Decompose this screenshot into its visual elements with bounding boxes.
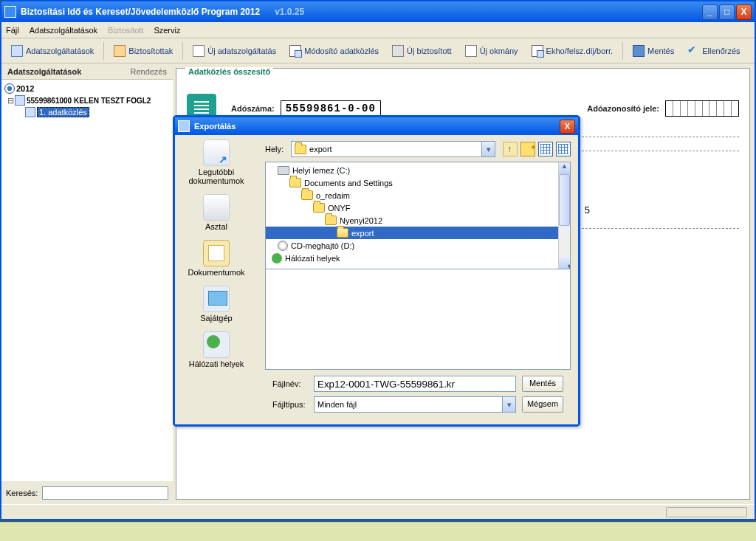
- menu-services[interactable]: Adatszolgáltatások: [30, 26, 97, 35]
- filename-input[interactable]: [314, 376, 516, 392]
- panel-legend: Adatközlés összesítő: [185, 67, 273, 76]
- cancel-button[interactable]: Mégsem: [522, 396, 563, 413]
- file-browser: Hely: export Helyi lemez (C:): [258, 135, 578, 424]
- location-label: Hely:: [265, 145, 284, 154]
- dialog-icon: [178, 120, 190, 132]
- maximize-button[interactable]: □: [719, 4, 735, 20]
- doc-icon: [11, 45, 23, 57]
- place-net[interactable]: Hálózati helyek: [189, 331, 244, 368]
- tb-check[interactable]: Ellenőrzés: [682, 42, 745, 60]
- tb-ekho[interactable]: Ekho/felsz.díj/borr.: [526, 42, 619, 60]
- people-icon: [114, 45, 126, 57]
- new-file-icon: [465, 45, 477, 57]
- tree-folder-selected[interactable]: export: [266, 227, 558, 239]
- sidebar-tree[interactable]: 2012 ⊟55599861000 KELEN TESZT FOGL2 1. a…: [1, 80, 173, 481]
- tb-services[interactable]: Adatszolgáltatások: [6, 42, 99, 60]
- tree-selected[interactable]: 1. adatközlés: [37, 107, 89, 117]
- chevron-down-icon[interactable]: [481, 142, 495, 156]
- app-icon: [4, 6, 16, 18]
- folder-icon: [289, 178, 301, 187]
- sidebar: Adatszolgáltatások Rendezés 2012 ⊟555998…: [1, 63, 173, 504]
- places-bar: Legutóbbi dokumentumok Asztal Dokumentum…: [175, 135, 258, 424]
- drive-icon: [278, 166, 289, 175]
- tb-modify[interactable]: Módosító adatközlés: [284, 42, 384, 60]
- up-folder-icon[interactable]: [503, 142, 518, 156]
- place-recent[interactable]: Legutóbbi dokumentumok: [176, 139, 256, 185]
- folder-tree[interactable]: Helyi lemez (C:) Documents and Settings …: [265, 162, 571, 269]
- save-icon: [633, 45, 645, 57]
- tb-save[interactable]: Mentés: [628, 42, 679, 60]
- menu-insured: Biztosított: [108, 26, 143, 35]
- tax-value: 55599861-0-00: [281, 100, 381, 117]
- place-pc[interactable]: Sajátgép: [200, 286, 232, 323]
- doc-icon: [25, 107, 35, 117]
- place-docs[interactable]: Dokumentumok: [188, 240, 244, 277]
- titlebar: Biztosítási Idő és Kereset/Jövedelemközl…: [1, 1, 755, 22]
- tb-new-insured[interactable]: Új biztosított: [387, 42, 457, 60]
- taskbar: [0, 522, 756, 541]
- globe-icon: [272, 253, 282, 263]
- file-list[interactable]: [265, 269, 571, 370]
- new-doc-icon: [193, 45, 205, 57]
- recent-icon: [203, 139, 230, 166]
- folder-icon: [313, 203, 325, 213]
- minimize-button[interactable]: _: [702, 4, 718, 20]
- check-icon: [687, 45, 699, 57]
- place-desktop[interactable]: Asztal: [203, 194, 230, 231]
- tax-label: Adószáma:: [231, 104, 275, 113]
- search-area: Keresés:: [1, 481, 173, 504]
- ekho-icon: [532, 45, 543, 57]
- id-value[interactable]: [665, 100, 739, 117]
- dialog-title: Exportálás: [194, 122, 560, 131]
- folder-icon: [295, 145, 306, 154]
- filetype-combo[interactable]: Minden fájl: [314, 396, 516, 413]
- search-input[interactable]: [42, 486, 168, 500]
- view-list-icon[interactable]: [538, 142, 553, 156]
- doc-icon: [15, 95, 25, 106]
- statusbar: [1, 504, 755, 519]
- radio-icon: [4, 83, 15, 94]
- window-title: Biztosítási Idő és Kereset/Jövedelemközl…: [21, 7, 702, 17]
- tb-new-service[interactable]: Új adatszolgáltatás: [188, 42, 281, 60]
- folder-icon: [325, 216, 337, 225]
- sidebar-head: Adatszolgáltatások Rendezés: [1, 63, 173, 80]
- pc-icon: [203, 286, 230, 312]
- id-label: Adóazonosító jele:: [587, 104, 659, 113]
- dialog-close-button[interactable]: X: [560, 120, 575, 134]
- menubar: Fájl Adatszolgáltatások Biztosított Szer…: [1, 22, 755, 38]
- filetype-label: Fájltípus:: [272, 400, 308, 409]
- new-person-icon: [392, 45, 404, 57]
- stray-text: 5: [585, 204, 590, 216]
- view-details-icon[interactable]: [556, 142, 571, 156]
- desktop-icon: [203, 194, 230, 221]
- folder-icon: [301, 190, 313, 200]
- globe-icon: [203, 331, 230, 358]
- toolbar: Adatszolgáltatások Biztosítottak Új adat…: [1, 38, 755, 63]
- status-progress: [666, 507, 747, 517]
- docs-icon: [203, 240, 230, 266]
- scrollbar[interactable]: ▲ ▼: [558, 162, 570, 269]
- save-button[interactable]: Mentés: [522, 376, 563, 392]
- modify-icon: [289, 45, 301, 57]
- sort-button[interactable]: Rendezés: [130, 67, 167, 76]
- cd-icon: [278, 241, 288, 251]
- chevron-down-icon[interactable]: [502, 397, 515, 412]
- folder-open-icon: [337, 228, 348, 238]
- location-combo[interactable]: export: [291, 141, 495, 157]
- export-dialog: Exportálás X Legutóbbi dokumentumok Aszt…: [173, 115, 580, 427]
- menu-file[interactable]: Fájl: [6, 26, 19, 35]
- menu-service[interactable]: Szerviz: [154, 26, 180, 35]
- tb-new-doc[interactable]: Új okmány: [460, 42, 523, 60]
- filename-label: Fájlnév:: [272, 379, 308, 388]
- dialog-titlebar: Exportálás X: [175, 117, 578, 135]
- tb-insured-list[interactable]: Biztosítottak: [109, 42, 178, 60]
- search-label: Keresés:: [6, 489, 38, 497]
- new-folder-icon[interactable]: [520, 142, 535, 156]
- close-button[interactable]: X: [736, 4, 752, 20]
